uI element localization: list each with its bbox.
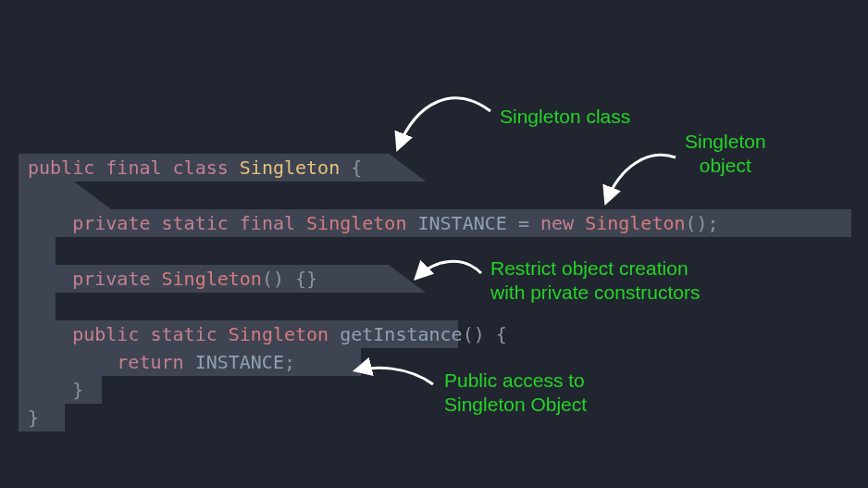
annotation-singleton-object-l1: Singleton	[685, 131, 766, 152]
type-singleton: Singleton	[306, 212, 406, 234]
kw-static: static	[150, 323, 217, 345]
kw-class: class	[173, 156, 229, 179]
class-name: Singleton	[240, 156, 340, 179]
annotation-public-access: Public access to Singleton Object	[444, 369, 587, 417]
annotation-public-access-l2: Singleton Object	[444, 394, 587, 415]
annotation-private-constructor-l1: Restrict object creation	[490, 257, 688, 279]
code-line-5: return INSTANCE;	[28, 348, 295, 376]
kw-return: return	[117, 351, 183, 373]
hl-line7	[19, 404, 65, 432]
code-line-3: private Singleton() {}	[28, 265, 317, 293]
ident-instance: INSTANCE	[195, 351, 284, 373]
ctor-body: () {}	[262, 268, 317, 290]
annotation-singleton-object: Singleton object	[685, 130, 766, 178]
code-line-4: public static Singleton getInstance() {	[28, 320, 507, 348]
code-line-1: public final class Singleton {	[28, 154, 362, 181]
method-name: getInstance	[340, 323, 462, 345]
brace-close: }	[72, 379, 83, 401]
kw-private: private	[72, 268, 150, 290]
ret-type: Singleton	[229, 323, 329, 345]
annotation-private-constructor-l2: with private constructors	[490, 282, 700, 303]
code-line-7: }	[28, 404, 39, 432]
kw-public: public	[28, 156, 94, 179]
kw-static: static	[162, 212, 229, 234]
ctor-call: Singleton	[585, 212, 685, 234]
equals: =	[518, 212, 529, 234]
code-line-2: private static final Singleton INSTANCE …	[28, 209, 719, 237]
annotation-private-constructor: Restrict object creation with private co…	[490, 257, 700, 305]
kw-new: new	[540, 212, 574, 234]
kw-final: final	[105, 156, 161, 179]
kw-private: private	[72, 212, 150, 234]
annotation-singleton-class: Singleton class	[500, 105, 630, 129]
kw-final: final	[240, 212, 295, 234]
semi: ;	[284, 351, 295, 373]
diagram-stage: { "code": { "l1_public": "public", "l1_f…	[0, 0, 868, 488]
code-block: public final class Singleton { private s…	[28, 0, 849, 389]
ident-instance: INSTANCE	[418, 212, 507, 234]
brace-open: {	[351, 156, 362, 179]
paren-semi: ();	[686, 212, 719, 234]
brace-close: }	[28, 407, 39, 429]
code-line-6: }	[28, 376, 83, 404]
kw-public: public	[72, 323, 139, 345]
annotation-public-access-l1: Public access to	[444, 369, 585, 391]
annotation-singleton-object-l2: object	[700, 155, 751, 176]
method-sig: () {	[463, 323, 507, 345]
ctor-decl: Singleton	[162, 268, 262, 290]
